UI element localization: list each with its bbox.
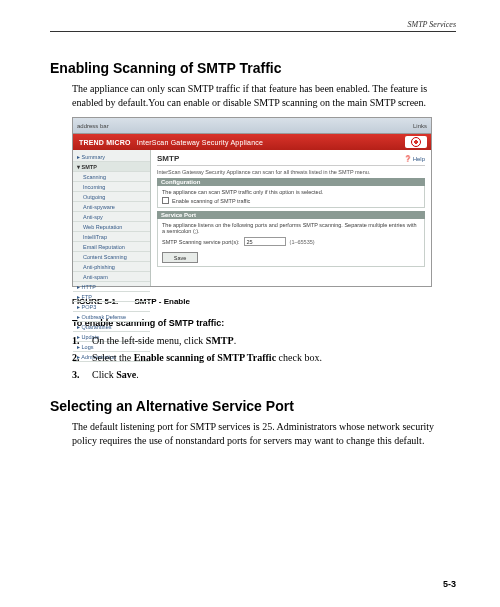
brand-name: TREND MICRO [79, 139, 131, 146]
product-name: InterScan Gateway Security Appliance [137, 139, 263, 146]
configuration-bar: Configuration [157, 178, 425, 186]
port-range-hint: (1–65535) [290, 239, 315, 245]
brand-bar: TREND MICRO InterScan Gateway Security A… [73, 134, 431, 150]
running-header: SMTP Services [50, 20, 456, 29]
screenshot-figure: address bar Links TREND MICRO InterScan … [72, 117, 456, 287]
sidebar-item-anti-spyware[interactable]: Anti-spyware [73, 202, 150, 212]
section1-title: Enabling Scanning of SMTP Traffic [50, 60, 456, 76]
section1-paragraph: The appliance can only scan SMTP traffic… [72, 82, 456, 109]
help-link[interactable]: ❓ Help [404, 155, 425, 162]
port-label: SMTP Scanning service port(s): [162, 239, 240, 245]
service-port-section: The appliance listens on the following p… [157, 219, 425, 267]
save-button[interactable]: Save [162, 252, 198, 263]
service-port-bar: Service Port [157, 211, 425, 219]
sidebar-item-http[interactable]: ▸ HTTP [73, 282, 150, 292]
sidebar-item-summary[interactable]: ▸ Summary [73, 152, 150, 162]
sidebar-item-anti-spy[interactable]: Anti-spy [73, 212, 150, 222]
sidebar-item-outgoing[interactable]: Outgoing [73, 192, 150, 202]
brand-logo [405, 136, 427, 148]
sidebar-nav: ▸ Summary▾ SMTPScanningIncomingOutgoingA… [73, 150, 151, 286]
section2-paragraph: The default listening port for SMTP serv… [72, 420, 456, 447]
header-rule [50, 31, 456, 32]
sidebar-item-content-scanning[interactable]: Content Scanning [73, 252, 150, 262]
sidebar-item-pop3[interactable]: ▸ POP3 [73, 302, 150, 312]
sidebar-item-anti-phishing[interactable]: Anti-phishing [73, 262, 150, 272]
step-3: Click Save. [72, 368, 456, 382]
sidebar-item-scanning[interactable]: Scanning [73, 172, 150, 182]
enable-smtp-label: Enable scanning of SMTP traffic [172, 198, 250, 204]
page-number: 5-3 [443, 579, 456, 589]
app-window: address bar Links TREND MICRO InterScan … [72, 117, 432, 287]
sidebar-item-quarantines[interactable]: ▸ Quarantines [73, 322, 150, 332]
service-port-note: The appliance listens on the following p… [162, 222, 420, 234]
sidebar-item-incoming[interactable]: Incoming [73, 182, 150, 192]
procedure-steps: On the left-side menu, click SMTP. Selec… [72, 334, 456, 382]
sidebar-item-intellitrap[interactable]: IntelliTrap [73, 232, 150, 242]
port-input[interactable]: 25 [244, 237, 286, 246]
sidebar-item-smtp[interactable]: ▾ SMTP [73, 162, 150, 172]
panel-title: SMTP [157, 154, 179, 163]
sidebar-item-anti-spam[interactable]: Anti-spam [73, 272, 150, 282]
config-note: The appliance can scan SMTP traffic only… [162, 189, 420, 195]
enable-smtp-checkbox[interactable] [162, 197, 169, 204]
panel-description: InterScan Gateway Security Appliance can… [157, 169, 425, 175]
sidebar-item-email-reputation[interactable]: Email Reputation [73, 242, 150, 252]
main-panel: SMTP ❓ Help InterScan Gateway Security A… [151, 150, 431, 286]
step-2: Select the Enable scanning of SMTP Traff… [72, 351, 456, 365]
sidebar-item-web-reputation[interactable]: Web Reputation [73, 222, 150, 232]
address-bar-placeholder: address bar [77, 123, 109, 129]
sidebar-item-ftp[interactable]: ▸ FTP [73, 292, 150, 302]
configuration-section: The appliance can scan SMTP traffic only… [157, 186, 425, 208]
browser-toolbar: address bar Links [73, 118, 431, 134]
sidebar-item-outbreak-defense[interactable]: ▸ Outbreak Defense [73, 312, 150, 322]
section2-title: Selecting an Alternative Service Port [50, 398, 456, 414]
step-1: On the left-side menu, click SMTP. [72, 334, 456, 348]
links-label: Links [413, 123, 427, 129]
